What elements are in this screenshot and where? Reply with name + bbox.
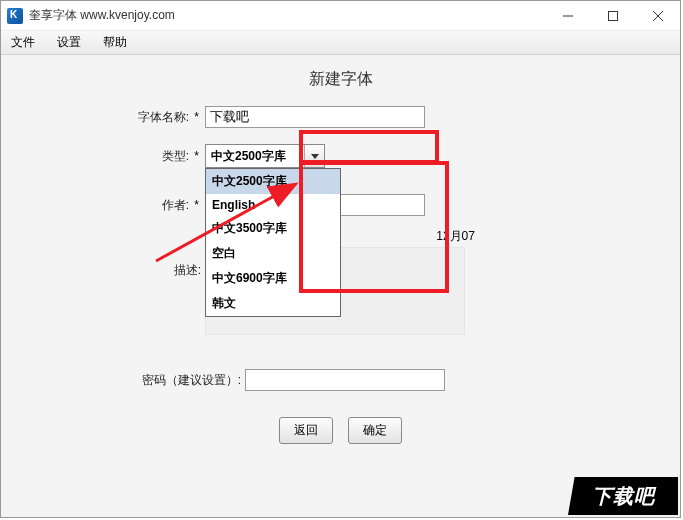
row-font-name: 字体名称: * xyxy=(1,106,680,128)
ok-button[interactable]: 确定 xyxy=(348,417,402,444)
type-option[interactable]: English xyxy=(206,194,340,216)
type-dropdown-toggle[interactable] xyxy=(304,145,324,167)
window-title: 奎享字体 www.kvenjoy.com xyxy=(29,7,545,24)
type-option[interactable]: 中文3500字库 xyxy=(206,216,340,241)
close-button[interactable] xyxy=(635,1,680,30)
svg-rect-1 xyxy=(608,11,617,20)
name-label-text: 字体名称: xyxy=(138,110,189,124)
author-required-mark: * xyxy=(194,198,199,212)
minimize-icon xyxy=(563,11,573,21)
page-title: 新建字体 xyxy=(1,55,680,90)
app-icon xyxy=(7,8,23,24)
author-label-text: 作者: xyxy=(162,198,189,212)
menu-file[interactable]: 文件 xyxy=(7,32,39,53)
desc-text-right: 12月07 xyxy=(436,229,475,243)
titlebar: 奎享字体 www.kvenjoy.com xyxy=(1,1,680,31)
row-password: 密码（建议设置）: xyxy=(1,369,680,391)
menu-settings[interactable]: 设置 xyxy=(53,32,85,53)
password-input[interactable] xyxy=(245,369,445,391)
maximize-icon xyxy=(608,11,618,21)
name-label: 字体名称: * xyxy=(1,109,201,126)
type-option[interactable]: 中文6900字库 xyxy=(206,266,340,291)
desc-label: 描述: xyxy=(1,262,201,279)
type-required-mark: * xyxy=(194,149,199,163)
type-option[interactable]: 中文2500字库 xyxy=(206,169,340,194)
type-dropdown-list: 中文2500字库 English 中文3500字库 空白 中文6900字库 韩文 xyxy=(205,168,341,317)
type-option[interactable]: 空白 xyxy=(206,241,340,266)
chevron-down-icon xyxy=(311,154,319,159)
app-window: 奎享字体 www.kvenjoy.com 文件 设置 帮助 新建字体 字体名称:… xyxy=(0,0,681,518)
row-type: 类型: * 中文2500字库 中文2500字库 English 中文3500字库 xyxy=(1,144,680,168)
menubar: 文件 设置 帮助 xyxy=(1,31,680,55)
button-row: 返回 确定 xyxy=(1,417,680,444)
name-required-mark: * xyxy=(194,110,199,124)
password-label: 密码（建议设置）: xyxy=(1,372,241,389)
minimize-button[interactable] xyxy=(545,1,590,30)
author-label: 作者: * xyxy=(1,197,201,214)
close-icon xyxy=(653,11,663,21)
window-controls xyxy=(545,1,680,30)
client-area: 新建字体 字体名称: * 类型: * 中文2500字库 xyxy=(1,55,680,517)
font-name-input[interactable] xyxy=(205,106,425,128)
site-logo: 下载吧 xyxy=(568,477,678,515)
type-select[interactable]: 中文2500字库 中文2500字库 English 中文3500字库 空白 中文… xyxy=(205,144,325,168)
type-selected-value: 中文2500字库 xyxy=(206,145,304,167)
logo-text: 下载吧 xyxy=(592,483,655,510)
menu-help[interactable]: 帮助 xyxy=(99,32,131,53)
type-label: 类型: * xyxy=(1,148,201,165)
back-button[interactable]: 返回 xyxy=(279,417,333,444)
type-option[interactable]: 韩文 xyxy=(206,291,340,316)
type-label-text: 类型: xyxy=(162,149,189,163)
maximize-button[interactable] xyxy=(590,1,635,30)
